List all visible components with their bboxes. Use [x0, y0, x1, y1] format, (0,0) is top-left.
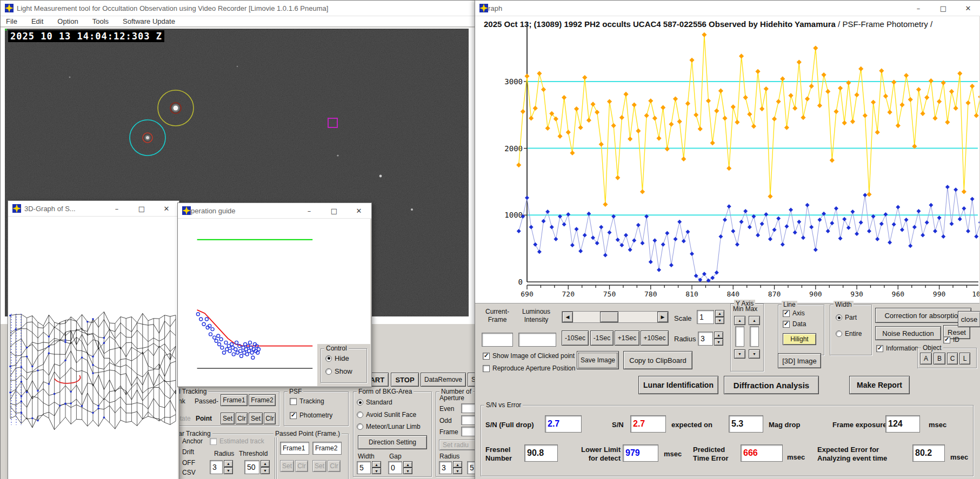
- menu-tools[interactable]: Tools: [92, 17, 109, 25]
- minimize-icon[interactable]: –: [297, 203, 322, 218]
- bkg-avoid-sunlit-radio[interactable]: Avoid Sunlit Face: [357, 411, 416, 419]
- close-icon[interactable]: ✕: [956, 1, 980, 16]
- current-frame-field[interactable]: [482, 333, 513, 347]
- maximize-icon[interactable]: □: [129, 201, 154, 216]
- threed-plot-area[interactable]: [8, 217, 178, 479]
- menu-edit[interactable]: Edit: [31, 17, 43, 25]
- menu-software-update[interactable]: Software Update: [123, 17, 175, 25]
- minus-1sec-button[interactable]: -1Sec: [590, 330, 614, 346]
- pp-set2-button[interactable]: Set: [312, 460, 326, 472]
- menu-option[interactable]: Option: [57, 17, 78, 25]
- sn-field[interactable]: 2.7: [630, 415, 666, 433]
- lt-set1-button[interactable]: Set: [221, 413, 235, 424]
- correction-absorption-button[interactable]: Correction for absorption: [875, 308, 971, 323]
- frame-scrollbar[interactable]: ◀ ▶: [562, 311, 669, 323]
- close-icon[interactable]: ✕: [346, 203, 371, 218]
- information-checkbox[interactable]: Information: [876, 345, 918, 352]
- luminous-intensity-field[interactable]: [518, 333, 556, 347]
- predicted-error-field[interactable]: 666: [741, 444, 783, 462]
- opguide-titlebar[interactable]: Operation guide – □ ✕: [178, 203, 371, 219]
- pp-frame2-field[interactable]: Frame2: [312, 442, 342, 455]
- ymax-slider[interactable]: [750, 326, 759, 347]
- control-hide-radio[interactable]: Hide: [325, 354, 349, 362]
- lower-limit-field[interactable]: 979: [623, 444, 658, 462]
- bkg-standard-radio[interactable]: Standard: [357, 399, 392, 406]
- bkg-width-field[interactable]: 5: [357, 461, 371, 474]
- scale-spinner[interactable]: ▲▼: [715, 310, 724, 324]
- lt-frame1-button[interactable]: Frame1: [221, 394, 248, 406]
- st-threshold-spinner[interactable]: ▲▼: [261, 460, 270, 474]
- width-entire-radio[interactable]: Entire: [836, 330, 862, 338]
- scrollbar-left-arrow[interactable]: ◀: [562, 312, 573, 322]
- show-image-checkbox[interactable]: Show Image of Clicked point: [483, 352, 575, 360]
- make-report-button[interactable]: Make Report: [849, 376, 910, 394]
- minimize-icon[interactable]: –: [104, 201, 129, 216]
- graph-titlebar[interactable]: Graph – □ ✕: [475, 1, 980, 16]
- noise-reduction-button[interactable]: Noise Reduction: [875, 326, 941, 340]
- minimize-icon[interactable]: –: [906, 1, 931, 16]
- st-radius-spinner[interactable]: ▲▼: [224, 460, 233, 474]
- lt-frame2-button[interactable]: Frame2: [249, 394, 276, 406]
- id-checkbox[interactable]: ID: [943, 336, 959, 343]
- threed-image-button[interactable]: [3D] Image: [778, 353, 821, 368]
- aperture-radius-spinner[interactable]: ▲▼: [453, 461, 462, 474]
- sn-full-field[interactable]: 2.7: [545, 415, 582, 433]
- ymin-up-button[interactable]: ▲: [734, 316, 745, 325]
- lunar-identification-button[interactable]: Lunar Identification: [638, 376, 718, 394]
- scrollbar-thumb[interactable]: [600, 312, 618, 322]
- save-image-button[interactable]: Save Image: [577, 351, 619, 369]
- frame-exposure-field[interactable]: 124: [885, 415, 920, 433]
- line-data-checkbox[interactable]: Data: [783, 320, 806, 328]
- lt-set2-button[interactable]: Set: [249, 413, 263, 424]
- copy-clipboard-button[interactable]: Copy to ClipBoard: [623, 351, 692, 369]
- object-a-button[interactable]: A: [920, 353, 932, 365]
- psf-photometry-checkbox[interactable]: Photometry: [290, 411, 332, 419]
- ymax-up-button[interactable]: ▲: [749, 316, 760, 325]
- object-l-button[interactable]: L: [959, 353, 970, 365]
- ymin-slider[interactable]: [735, 326, 744, 347]
- object-c-button[interactable]: C: [947, 353, 958, 365]
- ymax-down-button[interactable]: ▼: [749, 349, 760, 359]
- maximize-icon[interactable]: □: [931, 1, 956, 16]
- threed-titlebar[interactable]: 3D-Graph of S... – □ ✕: [8, 201, 179, 217]
- stop-button[interactable]: STOP: [391, 373, 419, 387]
- direction-setting-button[interactable]: Direction Setting: [358, 435, 427, 449]
- plus-1sec-button[interactable]: +1Sec: [615, 330, 639, 346]
- reproduce-aperture-checkbox[interactable]: Reproduce Aperture Position: [483, 365, 575, 372]
- control-show-radio[interactable]: Show: [325, 367, 352, 375]
- bkg-meteor-limb-radio[interactable]: Meteor/Lunar Limb: [357, 423, 421, 430]
- object-b-button[interactable]: B: [934, 353, 945, 365]
- st-threshold-field[interactable]: 50: [244, 460, 259, 474]
- bkg-gap-spinner[interactable]: ▲▼: [403, 461, 412, 474]
- radius-spinner[interactable]: ▲▼: [714, 332, 723, 346]
- st-radius-field[interactable]: 3: [210, 460, 223, 474]
- expected-error-field[interactable]: 80.2: [912, 444, 945, 462]
- hilight-button[interactable]: Hilight: [783, 333, 816, 345]
- lt-clr2-button[interactable]: Clr: [264, 413, 276, 424]
- lt-clr1-button[interactable]: Clr: [236, 413, 248, 424]
- close-icon[interactable]: ✕: [154, 201, 179, 216]
- expected-on-field[interactable]: 5.3: [729, 415, 763, 433]
- radius-field[interactable]: 3: [698, 332, 713, 346]
- pp-frame1-field[interactable]: Frame1: [280, 442, 309, 455]
- light-curve-plot[interactable]: 2025 Oct 13; (13089) 1992 PH2 occults UC…: [475, 16, 979, 303]
- psf-tracking-checkbox[interactable]: Tracking: [290, 397, 324, 405]
- scale-field[interactable]: 1: [697, 310, 714, 324]
- fresnel-field[interactable]: 90.8: [524, 444, 558, 462]
- pp-set1-button[interactable]: Set: [280, 460, 294, 472]
- minus-10sec-button[interactable]: -10Sec: [562, 330, 589, 346]
- pp-clr2-button[interactable]: Clr: [328, 460, 341, 472]
- maximize-icon[interactable]: □: [322, 203, 346, 218]
- data-remove-button[interactable]: DataRemove: [421, 373, 466, 387]
- plus-10sec-button[interactable]: +10Sec: [641, 330, 669, 346]
- aperture-radius-field[interactable]: 3: [439, 461, 452, 474]
- line-axis-checkbox[interactable]: Axis: [783, 309, 805, 317]
- main-titlebar[interactable]: Light Measurement tool for Occultation O…: [1, 1, 477, 16]
- close-graph-button[interactable]: close: [958, 311, 980, 327]
- estimated-track-checkbox[interactable]: Estimated track: [210, 437, 264, 445]
- width-part-radio[interactable]: Part: [836, 314, 857, 321]
- scrollbar-right-arrow[interactable]: ▶: [657, 312, 668, 322]
- bkg-gap-field[interactable]: 0: [388, 461, 402, 474]
- diffraction-analysis-button[interactable]: Diffraction Analysis: [724, 376, 819, 394]
- menu-file[interactable]: File: [6, 17, 17, 25]
